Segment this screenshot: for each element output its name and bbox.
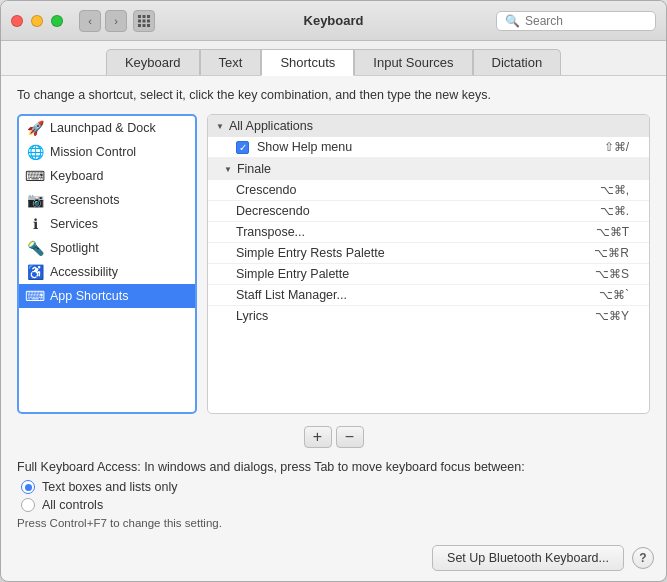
- window-title: Keyboard: [304, 13, 364, 28]
- sidebar-label-screenshots: Screenshots: [50, 193, 119, 207]
- nav-buttons: ‹ ›: [79, 10, 127, 32]
- radio-group: Text boxes and lists only All controls: [21, 480, 650, 512]
- maximize-button[interactable]: [51, 15, 63, 27]
- shortcut-name-show-help: Show Help menu: [257, 140, 596, 154]
- shortcut-row-lyrics[interactable]: Lyrics ⌥⌘Y: [208, 306, 649, 326]
- back-button[interactable]: ‹: [79, 10, 101, 32]
- section-triangle-icon: ▼: [216, 122, 224, 131]
- radio-circle-text-boxes: [21, 480, 35, 494]
- screenshots-icon: 📷: [27, 192, 43, 208]
- shortcut-key-simple-entry-rests: ⌥⌘R: [594, 246, 629, 260]
- shortcut-row-staff-list[interactable]: Staff List Manager... ⌥⌘`: [208, 285, 649, 306]
- shortcut-key-crescendo: ⌥⌘,: [600, 183, 629, 197]
- sidebar-label-app-shortcuts: App Shortcuts: [50, 289, 129, 303]
- radio-all-controls[interactable]: All controls: [21, 498, 650, 512]
- add-button[interactable]: +: [304, 426, 332, 448]
- shortcut-key-simple-entry-palette: ⌥⌘S: [595, 267, 629, 281]
- search-box[interactable]: 🔍: [496, 11, 656, 31]
- sidebar-item-app-shortcuts[interactable]: ⌨ App Shortcuts: [19, 284, 195, 308]
- sidebar-label-accessibility: Accessibility: [50, 265, 118, 279]
- shortcut-key-decrescendo: ⌥⌘.: [600, 204, 629, 218]
- add-remove-buttons: + −: [17, 426, 650, 448]
- radio-text-boxes[interactable]: Text boxes and lists only: [21, 480, 650, 494]
- keyboard-access-section: Full Keyboard Access: In windows and dia…: [17, 456, 650, 529]
- sidebar-item-screenshots[interactable]: 📷 Screenshots: [19, 188, 195, 212]
- sidebar-label-mission-control: Mission Control: [50, 145, 136, 159]
- subsection-label: Finale: [237, 162, 271, 176]
- section-header-label: All Applications: [229, 119, 313, 133]
- subsection-header-finale[interactable]: ▼ Finale: [208, 158, 649, 180]
- shortcut-key-show-help: ⇧⌘/: [604, 140, 629, 154]
- svg-rect-0: [138, 15, 141, 18]
- svg-rect-6: [138, 24, 141, 27]
- sidebar-label-launchpad: Launchpad & Dock: [50, 121, 156, 135]
- shortcut-name-transpose: Transpose...: [236, 225, 588, 239]
- tab-dictation[interactable]: Dictation: [473, 49, 562, 75]
- shortcut-row-crescendo[interactable]: Crescendo ⌥⌘,: [208, 180, 649, 201]
- main-panel: 🚀 Launchpad & Dock 🌐 Mission Control ⌨ K…: [17, 114, 650, 414]
- radio-circle-all-controls: [21, 498, 35, 512]
- titlebar: ‹ › Keyboard 🔍: [1, 1, 666, 41]
- svg-rect-2: [147, 15, 150, 18]
- sidebar-item-services[interactable]: ℹ Services: [19, 212, 195, 236]
- instruction-text: To change a shortcut, select it, click t…: [17, 88, 650, 102]
- radio-label-text-boxes: Text boxes and lists only: [42, 480, 178, 494]
- shortcut-row-simple-entry-rests[interactable]: Simple Entry Rests Palette ⌥⌘R: [208, 243, 649, 264]
- shortcut-panel: ▼ All Applications ✓ Show Help menu ⇧⌘/ …: [207, 114, 650, 414]
- shortcut-name-decrescendo: Decrescendo: [236, 204, 592, 218]
- shortcut-key-transpose: ⌥⌘T: [596, 225, 629, 239]
- shortcut-row-simple-entry-palette[interactable]: Simple Entry Palette ⌥⌘S: [208, 264, 649, 285]
- sidebar-label-services: Services: [50, 217, 98, 231]
- spotlight-icon: 🔦: [27, 240, 43, 256]
- sidebar-item-accessibility[interactable]: ♿ Accessibility: [19, 260, 195, 284]
- content-area: To change a shortcut, select it, click t…: [1, 76, 666, 539]
- shortcut-key-staff-list: ⌥⌘`: [599, 288, 629, 302]
- section-header-all-applications[interactable]: ▼ All Applications: [208, 115, 649, 137]
- help-button[interactable]: ?: [632, 547, 654, 569]
- sidebar-label-keyboard: Keyboard: [50, 169, 104, 183]
- footer: Set Up Bluetooth Keyboard... ?: [1, 539, 666, 581]
- subsection-triangle-icon: ▼: [224, 165, 232, 174]
- sidebar-label-spotlight: Spotlight: [50, 241, 99, 255]
- shortcut-name-simple-entry-rests: Simple Entry Rests Palette: [236, 246, 586, 260]
- traffic-lights: [11, 15, 63, 27]
- tab-input-sources[interactable]: Input Sources: [354, 49, 472, 75]
- remove-button[interactable]: −: [336, 426, 364, 448]
- sidebar-item-keyboard[interactable]: ⌨ Keyboard: [19, 164, 195, 188]
- shortcut-row-decrescendo[interactable]: Decrescendo ⌥⌘.: [208, 201, 649, 222]
- keyboard-icon: ⌨: [27, 168, 43, 184]
- tabs-bar: Keyboard Text Shortcuts Input Sources Di…: [1, 41, 666, 76]
- search-input[interactable]: [525, 14, 647, 28]
- app-shortcuts-icon: ⌨: [27, 288, 43, 304]
- keyboard-access-label: Full Keyboard Access: In windows and dia…: [17, 460, 650, 474]
- sidebar-item-spotlight[interactable]: 🔦 Spotlight: [19, 236, 195, 260]
- minimize-button[interactable]: [31, 15, 43, 27]
- radio-dot-text-boxes: [25, 484, 32, 491]
- svg-rect-4: [143, 19, 146, 22]
- hint-text: Press Control+F7 to change this setting.: [17, 517, 650, 529]
- svg-rect-7: [143, 24, 146, 27]
- mission-control-icon: 🌐: [27, 144, 43, 160]
- shortcut-name-lyrics: Lyrics: [236, 309, 587, 323]
- grid-button[interactable]: [133, 10, 155, 32]
- accessibility-icon: ♿: [27, 264, 43, 280]
- services-icon: ℹ: [27, 216, 43, 232]
- tab-text[interactable]: Text: [200, 49, 262, 75]
- sidebar-item-mission-control[interactable]: 🌐 Mission Control: [19, 140, 195, 164]
- setup-bluetooth-button[interactable]: Set Up Bluetooth Keyboard...: [432, 545, 624, 571]
- shortcut-name-simple-entry-palette: Simple Entry Palette: [236, 267, 587, 281]
- close-button[interactable]: [11, 15, 23, 27]
- shortcut-key-lyrics: ⌥⌘Y: [595, 309, 629, 323]
- tab-keyboard[interactable]: Keyboard: [106, 49, 200, 75]
- keyboard-window: ‹ › Keyboard 🔍 Keyboard Text Shortcuts I…: [0, 0, 667, 582]
- svg-rect-5: [147, 19, 150, 22]
- launchpad-icon: 🚀: [27, 120, 43, 136]
- svg-rect-3: [138, 19, 141, 22]
- shortcut-row-transpose[interactable]: Transpose... ⌥⌘T: [208, 222, 649, 243]
- shortcut-row-show-help[interactable]: ✓ Show Help menu ⇧⌘/: [208, 137, 649, 158]
- sidebar-item-launchpad[interactable]: 🚀 Launchpad & Dock: [19, 116, 195, 140]
- tab-shortcuts[interactable]: Shortcuts: [261, 49, 354, 76]
- checkbox-show-help[interactable]: ✓: [236, 141, 249, 154]
- forward-button[interactable]: ›: [105, 10, 127, 32]
- search-icon: 🔍: [505, 14, 520, 28]
